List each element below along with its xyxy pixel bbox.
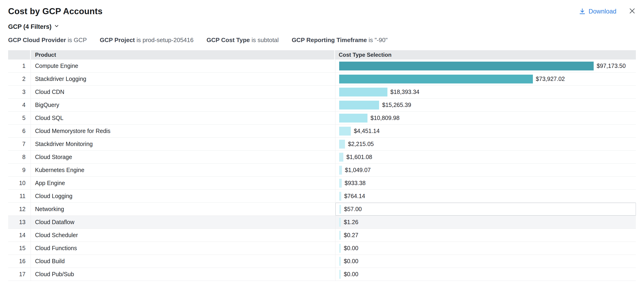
filter-name: GCP Cloud Provider xyxy=(8,37,68,44)
column-header-cost: Cost Type Selection xyxy=(335,50,636,60)
product-name: App Engine xyxy=(31,177,336,190)
table-row[interactable]: 8 Cloud Storage $1,601.08 xyxy=(8,151,636,164)
table-row[interactable]: 9 Kubernetes Engine $1,049.07 xyxy=(8,164,636,177)
product-name: Cloud Storage xyxy=(31,151,336,164)
cost-bar xyxy=(339,179,342,188)
filter-chip[interactable]: GCP Cloud Provider is GCP xyxy=(8,37,87,44)
filter-condition: is GCP xyxy=(68,37,87,44)
cost-bar xyxy=(339,153,343,162)
cost-cell[interactable]: $0.00 xyxy=(336,268,636,281)
table-row[interactable]: 2 Stackdriver Logging $73,927.02 xyxy=(8,73,636,86)
cost-bar xyxy=(339,270,341,279)
row-index: 14 xyxy=(8,229,31,242)
cost-cell[interactable]: $1,049.07 xyxy=(336,164,636,177)
product-name: Stackdriver Logging xyxy=(31,73,336,85)
row-index: 2 xyxy=(8,73,31,85)
close-button[interactable] xyxy=(628,7,636,16)
chevron-down-icon xyxy=(54,23,60,31)
column-header-index xyxy=(8,50,31,60)
table-row[interactable]: 4 BigQuery $15,265.39 xyxy=(8,99,636,112)
row-index: 16 xyxy=(8,255,31,268)
cost-cell[interactable]: $0.00 xyxy=(336,255,636,268)
filter-name: GCP Project xyxy=(100,37,136,44)
row-index: 6 xyxy=(8,125,31,137)
cost-value: $1.26 xyxy=(344,219,358,225)
row-index: 1 xyxy=(8,60,31,72)
cost-bar xyxy=(339,218,341,227)
table-row[interactable]: 7 Stackdriver Monitoring $2,215.05 xyxy=(8,138,636,151)
cost-bar xyxy=(339,231,341,240)
row-index: 7 xyxy=(8,138,31,151)
product-name: Networking xyxy=(31,203,336,216)
product-name: Cloud Build xyxy=(31,255,336,268)
cost-cell[interactable]: $1.26 xyxy=(336,216,636,229)
table-row[interactable]: 10 App Engine $933.38 xyxy=(8,177,636,190)
download-button[interactable]: Download xyxy=(579,8,616,15)
cost-value: $1,049.07 xyxy=(345,167,371,174)
product-name: Compute Engine xyxy=(31,60,336,72)
cost-value: $0.00 xyxy=(344,245,358,251)
row-index: 15 xyxy=(8,242,31,255)
cost-cell[interactable]: $10,809.98 xyxy=(336,112,636,124)
row-index: 13 xyxy=(8,216,31,229)
cost-cell[interactable]: $73,927.02 xyxy=(336,73,636,85)
cost-cell[interactable]: $2,215.05 xyxy=(336,138,636,151)
cost-cell[interactable]: $0.27 xyxy=(336,229,636,242)
table-row[interactable]: 12 Networking $57.00 xyxy=(8,203,636,216)
cost-value: $10,809.98 xyxy=(370,115,400,121)
filter-condition: is subtotal xyxy=(252,37,278,44)
table-row[interactable]: 15 Cloud Functions $0.00 xyxy=(8,242,636,255)
cost-cell[interactable]: $97,173.50 xyxy=(336,60,636,72)
product-name: Stackdriver Monitoring xyxy=(31,138,336,151)
cost-bar xyxy=(340,205,341,214)
cost-value: $0.00 xyxy=(344,271,358,277)
cost-cell[interactable]: $4,451.14 xyxy=(336,125,636,137)
cost-value: $18,393.34 xyxy=(390,89,420,95)
cost-cell[interactable]: $1,601.08 xyxy=(336,151,636,164)
product-name: Kubernetes Engine xyxy=(31,164,336,177)
cost-value: $15,265.39 xyxy=(382,102,411,108)
cost-by-gcp-modal: Cost by GCP Accounts Download GCP (4 xyxy=(0,0,644,292)
download-label: Download xyxy=(588,8,616,15)
filter-name: GCP Cost Type xyxy=(206,37,252,44)
cost-bar xyxy=(339,244,341,253)
cost-cell[interactable]: $18,393.34 xyxy=(336,86,636,98)
modal-header: Cost by GCP Accounts Download xyxy=(8,0,636,17)
cost-cell[interactable]: $15,265.39 xyxy=(336,99,636,111)
table-row[interactable]: 11 Cloud Logging $764.14 xyxy=(8,190,636,203)
cost-cell[interactable]: $764.14 xyxy=(336,190,636,203)
filter-chip[interactable]: GCP Cost Type is subtotal xyxy=(206,37,278,44)
cost-value: $57.00 xyxy=(344,206,362,213)
cost-cell[interactable]: $933.38 xyxy=(336,177,636,190)
product-name: Cloud CDN xyxy=(31,86,336,98)
cost-value: $0.00 xyxy=(344,258,358,264)
table-row[interactable]: 3 Cloud CDN $18,393.34 xyxy=(8,86,636,99)
row-index: 3 xyxy=(8,86,31,98)
row-index: 8 xyxy=(8,151,31,164)
product-name: Cloud Pub/Sub xyxy=(31,268,336,281)
product-name: Cloud SQL xyxy=(31,112,336,124)
row-index: 11 xyxy=(8,190,31,203)
filter-chip[interactable]: GCP Reporting Timeframe is "-90" xyxy=(292,37,388,44)
table-row[interactable]: 1 Compute Engine $97,173.50 xyxy=(8,60,636,73)
cost-bar xyxy=(339,192,341,201)
close-icon xyxy=(628,7,636,16)
filters-summary-toggle[interactable]: GCP (4 Filters) xyxy=(8,23,60,31)
cost-cell[interactable]: $57.00 xyxy=(336,203,636,216)
cost-value: $97,173.50 xyxy=(597,63,626,69)
table-row[interactable]: 16 Cloud Build $0.00 xyxy=(8,255,636,268)
filter-chip[interactable]: GCP Project is prod-setup-205416 xyxy=(100,37,194,44)
product-name: Cloud Scheduler xyxy=(31,229,336,242)
table-row[interactable]: 17 Cloud Pub/Sub $0.00 xyxy=(8,268,636,281)
cost-cell[interactable]: $0.00 xyxy=(336,242,636,255)
row-index: 12 xyxy=(8,203,31,216)
table-row[interactable]: 6 Cloud Memorystore for Redis $4,451.14 xyxy=(8,125,636,138)
table-row[interactable]: 14 Cloud Scheduler $0.27 xyxy=(8,229,636,242)
cost-table: Product Cost Type Selection 1 Compute En… xyxy=(8,50,636,281)
page-title: Cost by GCP Accounts xyxy=(8,7,102,16)
product-name: Cloud Functions xyxy=(31,242,336,255)
table-row[interactable]: 5 Cloud SQL $10,809.98 xyxy=(8,112,636,125)
table-row[interactable]: 13 Cloud Dataflow $1.26 xyxy=(8,216,636,229)
cost-bar xyxy=(339,75,533,83)
product-name: Cloud Dataflow xyxy=(31,216,336,229)
